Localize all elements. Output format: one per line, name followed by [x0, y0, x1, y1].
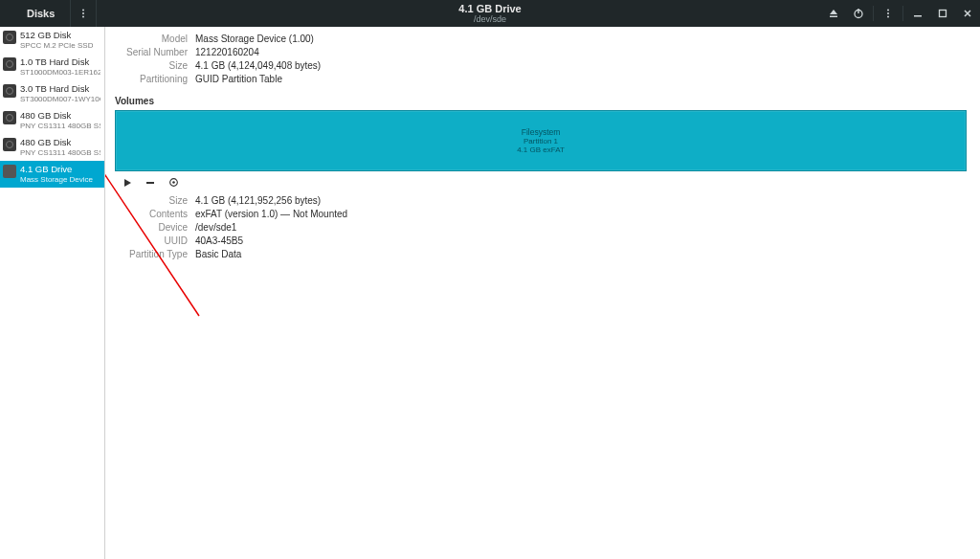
- drive-labels: 512 GB DiskSPCC M.2 PCIe SSD: [20, 30, 93, 51]
- svg-point-7: [887, 12, 889, 14]
- header-bar: Disks 4.1 GB Drive /dev/sde: [0, 0, 980, 27]
- hard-disk-icon: [3, 111, 16, 124]
- delete-partition-button[interactable]: [145, 177, 155, 190]
- app-title: Disks: [0, 8, 70, 19]
- drive-sub: ST1000DM003-1ER162: [20, 67, 100, 78]
- drive-labels: 3.0 TB Hard DiskST3000DM007-1WY10G: [20, 83, 100, 104]
- value-model: Mass Storage Device (1.00): [195, 33, 314, 46]
- label-serial: Serial Number: [115, 46, 195, 59]
- header-sep2: [902, 6, 903, 22]
- drive-sub: SPCC M.2 PCIe SSD: [20, 40, 93, 51]
- label-pdevice: Device: [115, 221, 195, 235]
- value-size: 4.1 GB (4,124,049,408 bytes): [195, 59, 321, 73]
- svg-rect-9: [914, 15, 922, 17]
- value-serial: 121220160204: [195, 46, 259, 59]
- volume-toolbar: [115, 171, 967, 194]
- svg-point-13: [172, 181, 175, 184]
- close-button[interactable]: [955, 0, 980, 27]
- drive-title: 4.1 GB Drive: [458, 3, 521, 14]
- header-sep: [873, 6, 874, 22]
- label-puuid: UUID: [115, 235, 195, 248]
- drive-path: /dev/sde: [474, 14, 506, 24]
- drive-labels: 1.0 TB Hard DiskST1000DM003-1ER162: [20, 56, 100, 78]
- drive-sub: PNY CS1311 480GB SSD: [20, 121, 100, 131]
- maximize-button[interactable]: [930, 0, 955, 27]
- power-icon: [853, 8, 864, 19]
- value-pptype: Basic Data: [195, 248, 241, 261]
- eject-icon: [828, 8, 839, 19]
- kv-model: Model Mass Storage Device (1.00): [115, 33, 967, 46]
- hard-disk-icon: [3, 84, 16, 98]
- sidebar-drive-5[interactable]: 4.1 GB DriveMass Storage Device: [0, 161, 104, 188]
- svg-point-1: [82, 12, 84, 14]
- content: Model Mass Storage Device (1.00) Serial …: [105, 27, 980, 559]
- kv-partitioning: Partitioning GUID Partition Table: [115, 73, 967, 86]
- sidebar-drive-4[interactable]: 480 GB DiskPNY CS1311 480GB SSD: [0, 134, 104, 161]
- eject-button[interactable]: [821, 0, 846, 27]
- volume-line2: Partition 1: [523, 137, 558, 145]
- partition-options-button[interactable]: [168, 177, 179, 190]
- header-left: Disks: [0, 0, 97, 27]
- drive-labels: 480 GB DiskPNY CS1311 480GB SSD: [20, 137, 100, 158]
- drive-name: 480 GB Disk: [20, 137, 100, 147]
- sidebar-drive-1[interactable]: 1.0 TB Hard DiskST1000DM003-1ER162: [0, 54, 104, 80]
- drive-name: 1.0 TB Hard Disk: [20, 56, 100, 67]
- drive-name: 480 GB Disk: [20, 110, 100, 121]
- value-psize: 4.1 GB (4,121,952,256 bytes): [195, 194, 321, 208]
- sidebar-drive-3[interactable]: 480 GB DiskPNY CS1311 480GB SSD: [0, 107, 104, 134]
- kv-pptype: Partition Type Basic Data: [115, 248, 967, 261]
- app-menu-button[interactable]: [70, 0, 97, 27]
- label-pptype: Partition Type: [115, 248, 195, 261]
- mount-button[interactable]: [122, 177, 132, 190]
- header-right: [821, 0, 980, 27]
- svg-rect-11: [146, 182, 154, 184]
- drive-labels: 4.1 GB DriveMass Storage Device: [20, 164, 93, 185]
- kebab-icon: [883, 9, 893, 18]
- label-psize: Size: [115, 194, 195, 208]
- minimize-icon: [913, 9, 923, 18]
- drive-name: 3.0 TB Hard Disk: [20, 83, 100, 94]
- svg-rect-5: [858, 9, 858, 13]
- sidebar-drive-2[interactable]: 3.0 TB Hard DiskST3000DM007-1WY10G: [0, 80, 104, 107]
- sidebar-drive-0[interactable]: 512 GB DiskSPCC M.2 PCIe SSD: [0, 27, 104, 54]
- drive-menu-button[interactable]: [876, 0, 901, 27]
- svg-rect-3: [830, 16, 837, 18]
- value-partitioning: GUID Partition Table: [195, 73, 282, 86]
- label-pcontents: Contents: [115, 208, 195, 221]
- drive-sub: PNY CS1311 480GB SSD: [20, 147, 100, 158]
- svg-point-6: [887, 10, 889, 11]
- drive-sub: ST3000DM007-1WY10G: [20, 94, 100, 104]
- value-pdevice: /dev/sde1: [195, 221, 236, 235]
- body: 512 GB DiskSPCC M.2 PCIe SSD1.0 TB Hard …: [0, 27, 980, 559]
- label-size: Size: [115, 59, 195, 73]
- drive-name: 512 GB Disk: [20, 30, 93, 40]
- svg-point-8: [887, 16, 889, 18]
- kv-pdevice: Device /dev/sde1: [115, 221, 967, 235]
- kv-serial: Serial Number 121220160204: [115, 46, 967, 59]
- close-icon: [963, 9, 972, 18]
- svg-point-2: [82, 16, 84, 18]
- power-button[interactable]: [846, 0, 871, 27]
- gear-icon: [168, 177, 179, 188]
- minimize-button[interactable]: [905, 0, 930, 27]
- volume-partition-block[interactable]: Filesystem Partition 1 4.1 GB exFAT: [115, 110, 967, 171]
- hard-disk-icon: [3, 31, 16, 44]
- volume-line1: Filesystem: [522, 127, 561, 137]
- minus-icon: [145, 178, 155, 188]
- svg-rect-10: [940, 11, 947, 17]
- label-model: Model: [115, 33, 195, 46]
- drive-labels: 480 GB DiskPNY CS1311 480GB SSD: [20, 110, 100, 131]
- value-puuid: 40A3-45B5: [195, 235, 243, 248]
- drive-name: 4.1 GB Drive: [20, 164, 93, 174]
- kv-puuid: UUID 40A3-45B5: [115, 235, 967, 248]
- drive-sub: Mass Storage Device: [20, 174, 93, 185]
- kv-size: Size 4.1 GB (4,124,049,408 bytes): [115, 59, 967, 73]
- kv-pcontents: Contents exFAT (version 1.0) — Not Mount…: [115, 208, 967, 221]
- hard-disk-icon: [3, 57, 16, 71]
- svg-point-0: [82, 10, 84, 11]
- value-pcontents: exFAT (version 1.0) — Not Mounted: [195, 208, 347, 221]
- label-partitioning: Partitioning: [115, 73, 195, 86]
- maximize-icon: [938, 9, 947, 18]
- kv-psize: Size 4.1 GB (4,121,952,256 bytes): [115, 194, 967, 208]
- hard-disk-icon: [3, 138, 16, 151]
